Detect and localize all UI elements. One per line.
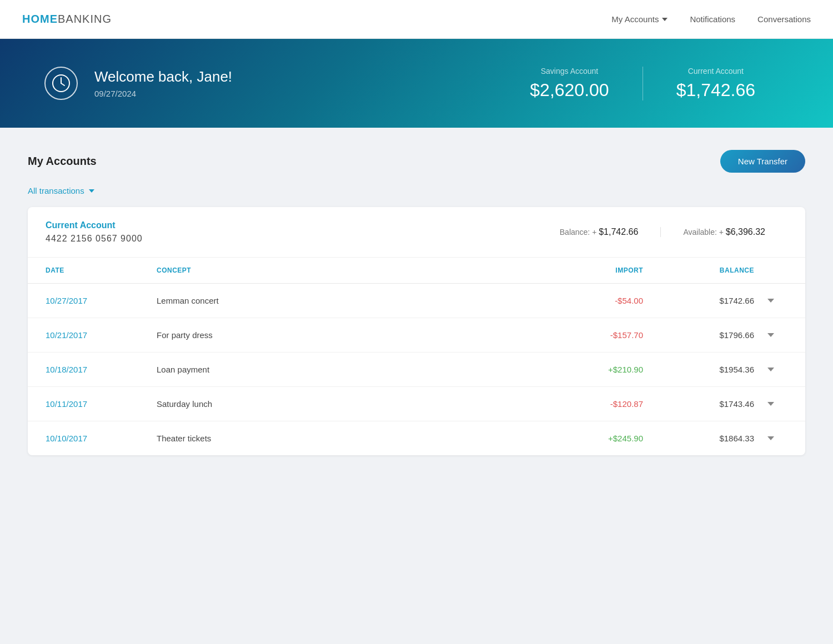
tx-balance: $1796.66 — [643, 330, 754, 340]
logo-bold: HOME — [22, 13, 58, 25]
table-row: 10/18/2017 Loan payment +$210.90 $1954.3… — [28, 353, 805, 387]
tx-import: -$54.00 — [532, 296, 643, 305]
col-balance: BALANCE — [643, 266, 754, 274]
transaction-rows: 10/27/2017 Lemman concert -$54.00 $1742.… — [28, 284, 805, 455]
tx-date: 10/11/2017 — [46, 399, 157, 409]
col-date: DATE — [46, 266, 157, 274]
clock-icon — [44, 67, 78, 100]
tx-date: 10/27/2017 — [46, 296, 157, 305]
account-card: Current Account 4422 2156 0567 9000 Bala… — [28, 207, 805, 455]
expand-row-button[interactable] — [754, 299, 787, 303]
tx-concept: Theater tickets — [157, 434, 532, 443]
tx-date: 10/10/2017 — [46, 434, 157, 443]
logo-light: BANKING — [58, 13, 112, 25]
savings-label: Savings Account — [530, 67, 609, 76]
savings-value: $2,620.00 — [530, 80, 609, 100]
tx-date: 10/21/2017 — [46, 330, 157, 340]
hero-left: Welcome back, Jane! 09/27/2024 — [44, 67, 496, 100]
logo: HOMEBANKING — [22, 13, 112, 26]
tx-concept: Loan payment — [157, 365, 532, 374]
nav-my-accounts[interactable]: My Accounts — [611, 14, 668, 24]
current-value: $1,742.66 — [676, 80, 755, 100]
tx-balance: $1954.36 — [643, 365, 754, 374]
nav-notifications-label: Notifications — [690, 14, 735, 24]
hero-text: Welcome back, Jane! 09/27/2024 — [94, 68, 232, 98]
section-title: My Accounts — [28, 155, 97, 168]
account-number: 4422 2156 0567 9000 — [46, 234, 143, 244]
expand-row-button[interactable] — [754, 436, 787, 440]
balance-label: Balance: + $1,742.66 — [560, 228, 639, 237]
account-name: Current Account — [46, 220, 143, 230]
table-row: 10/21/2017 For party dress -$157.70 $179… — [28, 318, 805, 353]
balance-item: Balance: + $1,742.66 — [538, 227, 661, 237]
welcome-message: Welcome back, Jane! — [94, 68, 232, 85]
table-row: 10/11/2017 Saturday lunch -$120.87 $1743… — [28, 387, 805, 421]
all-transactions-filter[interactable]: All transactions — [28, 186, 94, 195]
tx-balance: $1742.66 — [643, 296, 754, 305]
tx-concept: Saturday lunch — [157, 399, 532, 409]
tx-import: +$245.90 — [532, 434, 643, 443]
chevron-down-icon — [767, 402, 774, 406]
main-content: My Accounts New Transfer All transaction… — [0, 128, 833, 477]
current-label: Current Account — [676, 67, 755, 76]
account-balances: Balance: + $1,742.66 Available: + $6,396… — [538, 227, 787, 237]
table-row: 10/10/2017 Theater tickets +$245.90 $186… — [28, 421, 805, 455]
expand-row-button[interactable] — [754, 333, 787, 337]
header: HOMEBANKING My Accounts Notifications Co… — [0, 0, 833, 39]
hero-savings-account: Savings Account $2,620.00 — [496, 67, 643, 100]
nav-accounts-label: My Accounts — [611, 14, 659, 24]
tx-import: -$120.87 — [532, 399, 643, 409]
col-concept: CONCEPT — [157, 266, 532, 274]
tx-import: +$210.90 — [532, 365, 643, 374]
account-info: Current Account 4422 2156 0567 9000 — [46, 220, 143, 244]
nav-conversations-label: Conversations — [757, 14, 811, 24]
tx-concept: Lemman concert — [157, 296, 532, 305]
account-card-header: Current Account 4422 2156 0567 9000 Bala… — [28, 207, 805, 258]
nav-conversations[interactable]: Conversations — [757, 14, 811, 24]
table-header: DATE CONCEPT IMPORT BALANCE — [28, 258, 805, 284]
expand-row-button[interactable] — [754, 402, 787, 406]
chevron-down-icon — [767, 333, 774, 337]
hero-current-account: Current Account $1,742.66 — [643, 67, 789, 100]
chevron-down-icon — [767, 436, 774, 440]
table-row: 10/27/2017 Lemman concert -$54.00 $1742.… — [28, 284, 805, 318]
tx-balance: $1743.46 — [643, 399, 754, 409]
chevron-down-icon — [89, 189, 94, 193]
new-transfer-button[interactable]: New Transfer — [720, 150, 805, 173]
chevron-down-icon — [767, 299, 774, 303]
tx-concept: For party dress — [157, 330, 532, 340]
expand-row-button[interactable] — [754, 368, 787, 371]
section-header: My Accounts New Transfer — [28, 150, 805, 173]
chevron-down-icon — [767, 368, 774, 371]
filter-row: All transactions — [28, 186, 805, 196]
tx-balance: $1864.33 — [643, 434, 754, 443]
transactions-table: DATE CONCEPT IMPORT BALANCE 10/27/2017 L… — [28, 258, 805, 455]
main-nav: My Accounts Notifications Conversations — [611, 14, 811, 24]
nav-notifications[interactable]: Notifications — [690, 14, 735, 24]
filter-label: All transactions — [28, 186, 84, 195]
chevron-down-icon — [662, 18, 668, 21]
tx-date: 10/18/2017 — [46, 365, 157, 374]
hero-banner: Welcome back, Jane! 09/27/2024 Savings A… — [0, 39, 833, 128]
svg-line-2 — [61, 83, 64, 85]
available-item: Available: + $6,396.32 — [661, 227, 787, 237]
col-expand — [754, 266, 787, 274]
tx-import: -$157.70 — [532, 330, 643, 340]
hero-date: 09/27/2024 — [94, 89, 232, 98]
available-label: Available: + $6,396.32 — [683, 228, 765, 237]
col-import: IMPORT — [532, 266, 643, 274]
hero-accounts: Savings Account $2,620.00 Current Accoun… — [496, 67, 789, 100]
